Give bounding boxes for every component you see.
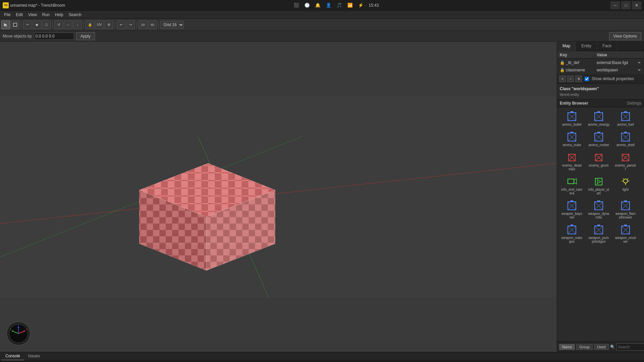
clock: 15:43 (369, 3, 379, 8)
entity-name-enemy-deadman: enemy_deadman (561, 164, 583, 171)
entity-item-weapon-pumpshotgun[interactable]: weapon_pumpshotgun (587, 223, 611, 245)
2d-view-button[interactable]: 2D (139, 20, 147, 29)
svg-rect-99 (571, 200, 573, 202)
svg-rect-103 (597, 200, 600, 202)
remove-prop-button[interactable]: − (567, 75, 574, 82)
compile-button[interactable]: ⚙ (104, 20, 113, 29)
filter-name-button[interactable]: Name (559, 344, 575, 350)
svg-marker-0 (4, 23, 7, 27)
3d-view-button[interactable]: 3D (148, 20, 157, 29)
entity-info: Class "worldspawn" World entity (557, 84, 644, 100)
menu-item-edit[interactable]: Edit (13, 12, 26, 18)
tab-face[interactable]: Face (597, 42, 617, 51)
entity-item-weapon-revolver[interactable]: weapon_revolver (613, 223, 638, 245)
entity-item-ammo-energy[interactable]: ammo_energy (587, 110, 611, 128)
panel-tabs: Map Entity Face (557, 42, 644, 51)
table-row: 🔒_tb_def external:Base.fgd ⏷ (558, 59, 643, 66)
entity-item-info-player-start[interactable]: info_player_start (587, 175, 611, 196)
console-content: No matching super class found for 'Targe… (0, 361, 644, 362)
filter-used-button[interactable]: Used (594, 344, 609, 350)
console-tab-console[interactable]: Console (1, 352, 24, 360)
entity-browser-filter: Name Group Used 🔍 (557, 342, 644, 352)
show-defaults-checkbox[interactable] (585, 77, 589, 81)
menu-item-search[interactable]: Search (66, 12, 84, 18)
entity-item-ammo-nuke[interactable]: ammo_nuke (560, 130, 584, 148)
menu-item-view[interactable]: View (26, 12, 40, 18)
expand-icon-classname[interactable]: ⏷ (637, 68, 641, 72)
apply-button[interactable]: Apply (76, 32, 95, 40)
move-label: Move objects by (3, 34, 32, 39)
view-options-button[interactable]: View Options (609, 32, 641, 40)
expand-icon-tbdef[interactable]: ⏷ (637, 60, 641, 65)
brush-tool-button[interactable] (11, 20, 19, 29)
entity-item-weapon-bayonet[interactable]: weapon_bayonet (560, 199, 584, 221)
entity-name-ammo-shell: ammo_shell (616, 143, 635, 147)
rotate-tool-button[interactable]: ↺ (54, 20, 63, 29)
entity-item-ammo-rocket[interactable]: ammo_rocket (587, 130, 611, 148)
entity-item-weapon-flamethrower[interactable]: weapon_flamethrower (613, 199, 638, 221)
flip-v-button[interactable]: ↕ (73, 20, 82, 29)
minimize-button[interactable]: ─ (610, 1, 620, 9)
entity-item-weapon-nukegun[interactable]: weapon_nukegun (560, 223, 584, 245)
grid-dropdown[interactable]: Grid 1Grid 2Grid 4Grid 8Grid 16Grid 32Gr… (160, 21, 184, 29)
uv-button[interactable]: UV (95, 20, 104, 29)
tab-map[interactable]: Map (557, 42, 576, 51)
tray-icon-6: 📶 (347, 3, 353, 8)
entity-name-enemy-grunt: enemy_grunt (589, 164, 608, 167)
menu-item-file[interactable]: File (1, 12, 13, 18)
filter-group-button[interactable]: Group (576, 344, 593, 350)
entity-name-weapon-flamethrower: weapon_flamethrower (615, 212, 636, 219)
svg-text:Y: Y (10, 328, 12, 331)
key-classname: 🔒classname (558, 67, 594, 73)
entity-item-info-end-camera[interactable]: info_end_camera (560, 175, 584, 196)
svg-line-94 (623, 178, 624, 180)
menu-item-run[interactable]: Run (40, 12, 52, 18)
redo-button[interactable]: ↪ (126, 20, 135, 29)
entity-item-ammo-shell[interactable]: ammo_shell (613, 130, 638, 148)
entity-name-info-player-start: info_player_start (588, 188, 609, 195)
close-button[interactable]: ✕ (632, 1, 641, 9)
properties-body: 🔒_tb_def external:Base.fgd ⏷ 🔒classname … (558, 59, 643, 73)
flip-h-button[interactable]: ↔ (64, 20, 72, 29)
maximize-button[interactable]: □ (621, 1, 631, 9)
entity-item-enemy-panzer[interactable]: enemy_panzer (613, 151, 638, 172)
main-area: X Y Z Map Entity Face Key Value (0, 42, 644, 352)
svg-rect-115 (597, 225, 600, 226)
clear-prop-button[interactable]: ✕ (575, 75, 582, 82)
val-classname: worldspawn ⏷ (595, 67, 643, 73)
edge-tool-button[interactable]: ⬡ (42, 20, 51, 29)
entity-item-weapon-dynamite[interactable]: weapon_dynamite (587, 199, 611, 221)
properties-table: Key Value 🔒_tb_def external:Base.fgd ⏷ (557, 51, 644, 74)
clip-tool-button[interactable]: ✂ (23, 20, 32, 29)
entity-item-enemy-grunt[interactable]: enemy_grunt (587, 151, 611, 172)
move-input[interactable] (34, 33, 74, 40)
tab-entity[interactable]: Entity (576, 42, 597, 51)
entity-item-light[interactable]: light (613, 175, 638, 196)
tray-icon-4: 👤 (326, 3, 331, 8)
entity-name-ammo-bullet: ammo_bullet (562, 123, 581, 126)
add-prop-button[interactable]: + (559, 75, 566, 82)
lock-icon-tbdef: 🔒 (560, 60, 565, 65)
entity-search-input[interactable] (616, 343, 644, 351)
toolbar-sep-3 (84, 21, 84, 28)
entity-item-ammo-fuel[interactable]: ammo_fuel (613, 110, 638, 128)
svg-rect-76 (624, 132, 627, 133)
vertex-tool-button[interactable]: ◆ (33, 20, 41, 29)
console-tab-issues[interactable]: Issues (24, 352, 44, 360)
lock-icon-classname: 🔒 (560, 68, 565, 72)
val-tbdef: external:Base.fgd ⏷ (595, 59, 643, 66)
app-title: unnamed.map* - TrenchBroom (10, 3, 65, 8)
viewport-3d[interactable]: X Y Z (0, 42, 557, 352)
texlock-button[interactable]: 🔒 (86, 20, 94, 29)
toolbar-sep-5 (137, 21, 137, 28)
svg-rect-60 (597, 111, 600, 113)
entity-item-enemy-deadman[interactable]: enemy_deadman (560, 151, 584, 172)
titlebar: TB unnamed.map* - TrenchBroom ⬛ 🕐 🔔 👤 🎵 … (0, 0, 644, 11)
properties-section: Key Value 🔒_tb_def external:Base.fgd ⏷ (557, 51, 644, 74)
undo-button[interactable]: ↩ (117, 20, 126, 29)
select-tool-button[interactable] (1, 20, 10, 29)
entity-item-ammo-bullet[interactable]: ammo_bullet (560, 110, 584, 128)
entity-browser-settings[interactable]: Settings (627, 101, 641, 106)
toolbar-sep-1 (21, 21, 21, 28)
menu-item-help[interactable]: Help (52, 12, 66, 18)
